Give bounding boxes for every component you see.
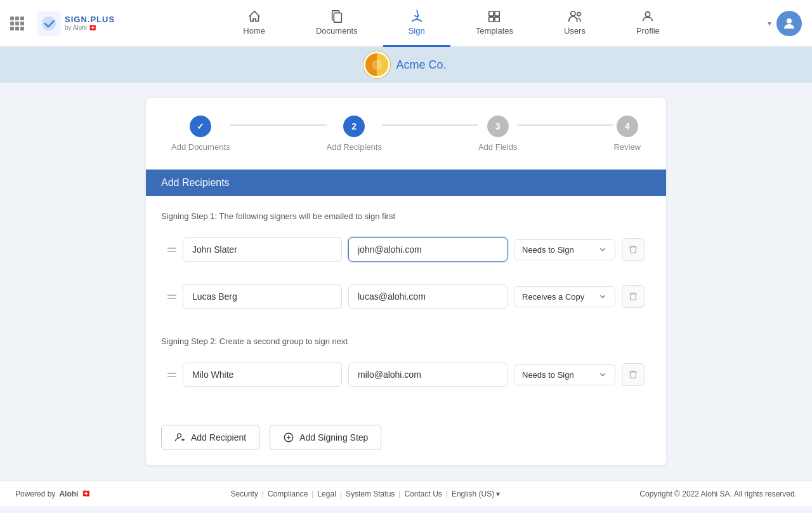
trash-icon-2 <box>628 291 638 302</box>
footer-link-legal[interactable]: Legal <box>317 490 336 498</box>
home-label: Home <box>243 26 265 36</box>
footer-left: Powered by Alohi 🇨🇭 <box>15 490 91 498</box>
footer-link-compliance[interactable]: Compliance <box>268 490 308 498</box>
step-1-circle: ✓ <box>190 116 211 137</box>
recipient-1-role[interactable]: Needs to Sign <box>514 239 615 260</box>
grid-menu-icon[interactable] <box>10 17 24 30</box>
footer-links: Security | Compliance | Legal | System S… <box>230 490 500 498</box>
recipient-2-role-label: Receives a Copy <box>522 292 584 302</box>
templates-icon <box>487 10 501 23</box>
recipient-row-2: Receives a Copy <box>161 277 651 316</box>
logo-icon <box>37 11 61 36</box>
step-3-circle: 3 <box>487 116 509 137</box>
delete-recipient-2-button[interactable] <box>622 285 645 308</box>
language-dropdown-icon: ▾ <box>496 490 500 498</box>
logo-sub: by Alohi 🇨🇭 <box>65 24 115 32</box>
profile-label: Profile <box>636 26 660 36</box>
avatar-icon <box>782 16 797 31</box>
delete-recipient-1-button[interactable] <box>622 238 645 261</box>
logo-text: SIGN.PLUS <box>65 15 115 25</box>
step-add-recipients: 2 Add Recipients <box>327 116 382 152</box>
drag-handle-3[interactable] <box>167 373 176 377</box>
drag-handle-2[interactable] <box>167 295 176 299</box>
profile-icon <box>641 10 655 23</box>
section-title: Add Recipients <box>161 177 230 188</box>
section-body: Signing Step 1: The following signers wi… <box>146 196 666 417</box>
svg-point-9 <box>646 11 650 16</box>
documents-icon <box>330 10 344 23</box>
footer-copyright: Copyright © 2022 Alohi SA. All rights re… <box>639 490 797 498</box>
powered-brand: Alohi <box>59 490 78 498</box>
recipient-1-email[interactable] <box>348 237 508 262</box>
avatar[interactable] <box>776 11 802 36</box>
company-icon <box>365 53 388 76</box>
nav-links: Home Documents Sign Templates <box>135 0 768 47</box>
nav-item-sign[interactable]: Sign <box>383 0 450 47</box>
footer-link-contact[interactable]: Contact Us <box>404 490 442 498</box>
divider-1 <box>161 324 651 336</box>
recipient-3-email[interactable] <box>348 363 508 387</box>
add-recipient-button[interactable]: Add Recipient <box>161 425 259 450</box>
svg-point-8 <box>577 12 581 15</box>
recipient-3-role[interactable]: Needs to Sign <box>514 364 615 385</box>
nav-item-documents[interactable]: Documents <box>291 0 383 47</box>
add-signing-step-button[interactable]: Add Signing Step <box>270 425 381 450</box>
step-line-2 <box>382 124 478 126</box>
add-recipient-label: Add Recipient <box>191 432 246 443</box>
recipient-3-role-label: Needs to Sign <box>522 370 574 380</box>
section-header: Add Recipients <box>146 170 666 196</box>
add-signing-step-label: Add Signing Step <box>299 432 368 443</box>
svg-rect-6 <box>495 17 499 21</box>
delete-recipient-3-button[interactable] <box>622 363 645 386</box>
chevron-down-icon-3 <box>598 370 607 379</box>
signing-step-2-label: Signing Step 2: Create a second group to… <box>161 336 651 346</box>
chevron-down-icon-2 <box>598 292 607 301</box>
svg-rect-5 <box>489 17 494 21</box>
footer: Powered by Alohi 🇨🇭 Security | Complianc… <box>0 481 812 506</box>
step-4-label: Review <box>613 142 641 152</box>
trash-icon-3 <box>628 370 638 380</box>
footer-link-system-status[interactable]: System Status <box>346 490 395 498</box>
powered-by-text: Powered by <box>15 490 55 498</box>
nav-item-templates[interactable]: Templates <box>450 0 539 47</box>
company-name: Acme Co. <box>396 58 446 72</box>
drag-handle-1[interactable] <box>167 248 176 252</box>
sign-icon <box>410 10 424 23</box>
users-label: Users <box>564 26 586 36</box>
recipient-3-name[interactable] <box>183 363 342 387</box>
signing-step-1-label: Signing Step 1: The following signers wi… <box>161 211 651 221</box>
step-2-label: Add Recipients <box>327 142 382 152</box>
nav-item-profile[interactable]: Profile <box>611 0 685 47</box>
nav-item-users[interactable]: Users <box>539 0 611 47</box>
recipient-1-name[interactable] <box>183 237 342 262</box>
main-card: ✓ Add Documents 2 Add Recipients 3 Add F… <box>146 98 666 465</box>
svg-rect-2 <box>334 13 341 22</box>
dropdown-arrow[interactable]: ▾ <box>768 19 771 28</box>
step-3-label: Add Fields <box>478 142 517 152</box>
footer-link-security[interactable]: Security <box>230 490 258 498</box>
steps-bar: ✓ Add Documents 2 Add Recipients 3 Add F… <box>146 98 666 170</box>
logo[interactable]: SIGN.PLUS by Alohi 🇨🇭 <box>37 11 115 36</box>
step-review: 4 Review <box>613 116 641 152</box>
svg-point-10 <box>787 18 792 23</box>
nav-right: ▾ <box>768 11 802 36</box>
step-line-1 <box>230 124 327 126</box>
alohi-flag: 🇨🇭 <box>82 490 91 498</box>
recipient-2-role[interactable]: Receives a Copy <box>514 286 615 307</box>
chevron-down-icon <box>598 245 607 254</box>
sign-label: Sign <box>409 26 425 36</box>
add-person-icon <box>174 432 186 443</box>
recipient-2-email[interactable] <box>348 284 508 309</box>
step-4-circle: 4 <box>617 116 638 137</box>
recipient-1-role-label: Needs to Sign <box>522 245 574 255</box>
svg-point-11 <box>178 434 181 437</box>
recipient-row-3: Needs to Sign <box>161 355 651 394</box>
templates-label: Templates <box>476 26 513 36</box>
step-add-documents: ✓ Add Documents <box>171 116 230 152</box>
action-buttons: Add Recipient Add Signing Step <box>146 417 666 465</box>
add-step-icon <box>283 432 294 443</box>
nav-item-home[interactable]: Home <box>218 0 291 47</box>
recipient-2-name[interactable] <box>183 284 342 309</box>
svg-rect-4 <box>495 11 499 15</box>
footer-link-language[interactable]: English (US) ▾ <box>452 490 500 498</box>
